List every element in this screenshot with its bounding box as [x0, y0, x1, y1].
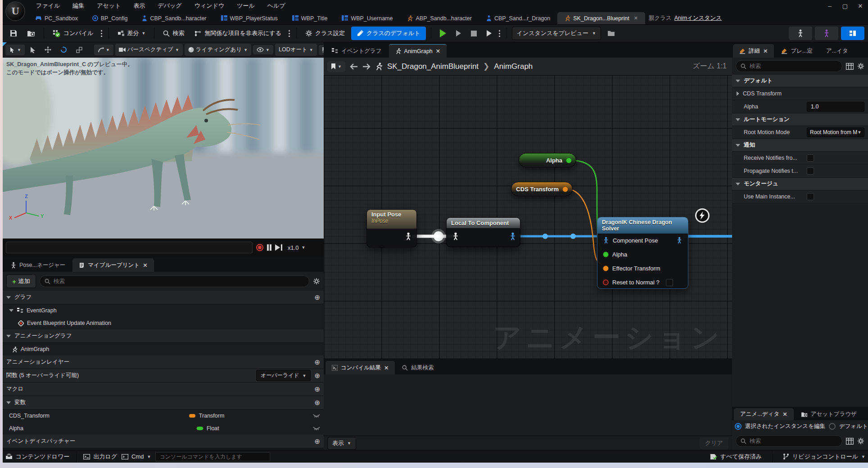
edit-selected-radio[interactable] — [735, 423, 741, 430]
section-graphs[interactable]: グラフ ⊕ — [3, 291, 324, 304]
row-cds-transform[interactable]: CDS Transform — [732, 87, 868, 100]
alpha-output-pin[interactable] — [566, 158, 572, 163]
receive-notifies-checkbox[interactable] — [807, 154, 814, 162]
maximize-button[interactable]: ▢ — [837, 0, 853, 11]
save-button[interactable] — [6, 27, 21, 40]
output-log-button[interactable]: 出力ログ — [83, 453, 117, 461]
alpha-input-pin[interactable] — [603, 252, 609, 257]
node-local-to-component[interactable]: Local To Component — [446, 217, 520, 247]
property-matrix-icon[interactable] — [846, 63, 854, 70]
node-alpha-variable[interactable]: Alpha — [519, 153, 576, 167]
tab-preview-settings[interactable]: プレ...定 — [775, 44, 819, 58]
add-layer-icon[interactable]: ⊕ — [314, 358, 320, 366]
graph-canvas[interactable]: アニメーション Alpha CD — [324, 76, 732, 359]
section-functions[interactable]: 関数 (5 オーバーライド可能) オーバーライド ▼ ⊕ — [3, 369, 324, 382]
tab-wbp-playerstatus[interactable]: WBP_PlayerStatus — [214, 12, 285, 24]
play-button[interactable] — [436, 27, 450, 40]
tab-asset-details[interactable]: ア...イタ — [820, 44, 854, 58]
pose-output-pin[interactable] — [509, 232, 516, 241]
close-button[interactable]: ✕ — [853, 0, 868, 11]
section-animation-graphs[interactable]: アニメーショングラフ — [3, 329, 324, 343]
override-dropdown[interactable]: オーバーライド ▼ — [256, 370, 311, 381]
move-tool-button[interactable] — [41, 44, 55, 55]
breadcrumb-leaf[interactable]: AnimGraph — [494, 62, 533, 71]
menu-help[interactable]: ヘルプ — [262, 0, 291, 12]
preview-instance-dropdown[interactable]: インスタンスをプレビュー ▼ — [512, 27, 601, 40]
transform-output-pin[interactable] — [562, 186, 568, 192]
gear-icon[interactable] — [857, 437, 864, 445]
node-cds-transform-variable[interactable]: CDS Transform — [511, 182, 573, 196]
section-animation-layers[interactable]: アニメーションレイヤー ⊕ — [3, 356, 324, 369]
menu-asset[interactable]: アセット — [91, 0, 126, 12]
menu-file[interactable]: ファイル — [31, 0, 65, 12]
browse-asset-button[interactable] — [23, 27, 39, 40]
content-drawer-button[interactable]: コンテンツドロワー — [5, 453, 69, 461]
playback-speed-dropdown[interactable]: x1.0 ▼ — [288, 244, 306, 251]
row-variable-alpha[interactable]: Alpha Float — [3, 422, 324, 435]
node-dragonik-solver[interactable]: DragonIK Chinese Dragon Solver Component… — [597, 217, 688, 289]
tab-compiler-results[interactable]: コンパイル結果 ✕ — [326, 361, 395, 374]
breadcrumb-root[interactable]: SK_Dragon_AnimBlueprint — [387, 62, 479, 71]
stop-button[interactable] — [467, 28, 480, 39]
console-command-input[interactable] — [155, 452, 270, 461]
menu-window[interactable]: ウィンドウ — [189, 0, 230, 12]
tab-bp-config[interactable]: BP_Config — [85, 12, 135, 24]
gear-icon[interactable] — [313, 278, 320, 285]
expand-icon[interactable] — [737, 91, 739, 96]
row-variable-cds-transform[interactable]: CDS_Transform Transform — [3, 410, 324, 422]
section-variables[interactable]: 変数 ⊕ — [3, 396, 324, 410]
snap-button[interactable]: ▼ — [94, 45, 113, 55]
timeline-scrubber[interactable] — [6, 242, 253, 253]
close-tab-icon[interactable]: ✕ — [436, 48, 440, 54]
effector-input-pin[interactable] — [603, 266, 609, 271]
viewport-3d-view[interactable]: Z X Y SK_Dragon_AnimBlueprint_C のプレビュー中。… — [3, 58, 324, 238]
add-macro-icon[interactable]: ⊕ — [314, 385, 320, 393]
compile-button[interactable]: コンパイル — [49, 27, 97, 40]
reset-checkbox[interactable] — [666, 279, 673, 286]
section-event-dispatchers[interactable]: イベントディスパッチャー ⊕ — [3, 435, 324, 448]
tab-find-results[interactable]: 結果検索 — [396, 361, 440, 374]
viewport-menu-button[interactable]: ▼ — [5, 45, 25, 55]
tab-pose-watch-manager[interactable]: Pose...ネージャー — [5, 258, 72, 272]
property-matrix-icon[interactable] — [846, 438, 854, 445]
bookmarks-dropdown[interactable]: ▼ — [327, 61, 345, 72]
propagate-notifies-checkbox[interactable] — [807, 167, 814, 175]
row-eventgraph[interactable]: EventGraph — [3, 304, 324, 317]
minimize-button[interactable]: – — [822, 0, 837, 11]
close-tab-icon[interactable]: ✕ — [143, 262, 147, 269]
revision-control-dropdown[interactable]: リビジョンコントロール ▼ — [783, 453, 865, 461]
tab-wbp-username[interactable]: WBP_Username — [335, 12, 400, 24]
play-options-kebab-icon[interactable] — [499, 29, 501, 37]
tab-anim-instance-editor[interactable]: アニメ...ディタ ✕ — [734, 408, 794, 420]
persona-mesh-button[interactable] — [815, 27, 838, 40]
record-button[interactable] — [256, 244, 263, 251]
persona-skeleton-button[interactable] — [789, 27, 812, 40]
close-tab-icon[interactable]: ✕ — [782, 411, 787, 418]
anim-editor-search[interactable] — [736, 435, 842, 447]
lod-dropdown[interactable]: LODオート ▼ — [275, 44, 317, 56]
hide-unrelated-button[interactable]: 無関係な項目を非表示にする — [190, 27, 285, 40]
my-blueprint-search[interactable] — [40, 275, 309, 287]
tab-cbp-sand-dragon[interactable]: CBP_Sand...r_Dragon — [479, 12, 557, 24]
close-tab-icon[interactable]: ✕ — [384, 364, 389, 371]
pose-input-pin[interactable] — [603, 237, 609, 244]
add-variable-icon[interactable]: ⊕ — [314, 399, 320, 407]
menu-tools[interactable]: ツール — [231, 0, 260, 12]
menu-edit[interactable]: 編集 — [67, 0, 90, 12]
cmd-dropdown[interactable]: Cmd ▼ — [122, 453, 151, 460]
show-dropdown[interactable]: 表示 ▼ — [327, 437, 356, 450]
section-root-motion[interactable]: ルートモーション — [732, 113, 868, 126]
alpha-value-input[interactable] — [807, 102, 864, 112]
hide-options-kebab-icon[interactable] — [289, 29, 290, 37]
menu-view[interactable]: 表示 — [128, 0, 150, 12]
reset-input-pin[interactable] — [603, 279, 609, 285]
rotate-tool-button[interactable] — [57, 44, 71, 55]
persona-blueprint-button[interactable] — [841, 27, 864, 40]
class-settings-button[interactable]: クラス設定 — [302, 27, 348, 40]
tab-pc-sandbox[interactable]: PC_Sandbox — [28, 12, 85, 24]
pose-output-pin[interactable] — [405, 232, 412, 241]
nav-forward-icon[interactable] — [362, 63, 371, 70]
clear-button[interactable]: クリア — [700, 437, 728, 449]
search-input[interactable] — [750, 63, 837, 69]
add-graph-icon[interactable]: ⊕ — [314, 293, 320, 302]
